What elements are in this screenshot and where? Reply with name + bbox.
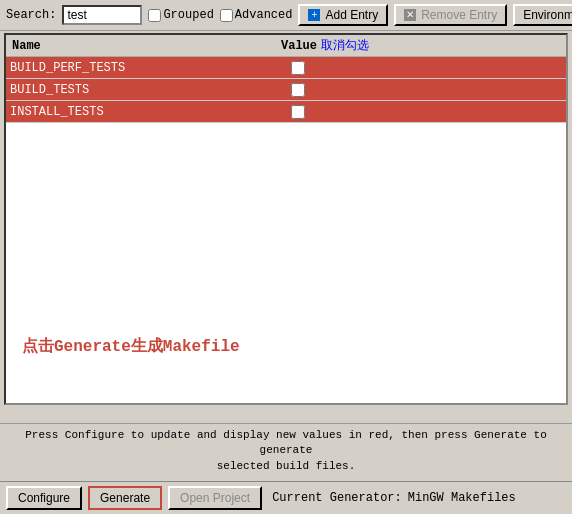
advanced-checkbox-label[interactable]: Advanced	[220, 8, 293, 22]
search-input[interactable]	[62, 5, 142, 25]
row-value[interactable]	[286, 105, 310, 119]
row-checkbox[interactable]	[291, 83, 305, 97]
configure-button[interactable]: Configure	[6, 486, 82, 510]
row-name: INSTALL_TESTS	[6, 105, 286, 119]
uncheck-annotation: 取消勾选	[321, 37, 369, 54]
col-name-header: Name	[6, 39, 281, 53]
generator-value: MinGW Makefiles	[408, 491, 516, 505]
row-name: BUILD_TESTS	[6, 83, 286, 97]
row-value[interactable]	[286, 61, 310, 75]
generate-button[interactable]: Generate	[88, 486, 162, 510]
status-text: Press Configure to update and display ne…	[25, 429, 547, 472]
remove-entry-button[interactable]: ✕ Remove Entry	[394, 4, 507, 26]
generate-annotation: 点击Generate生成Makefile	[10, 328, 252, 365]
table-row[interactable]: BUILD_PERF_TESTS	[6, 57, 566, 79]
x-icon: ✕	[404, 9, 416, 21]
environment-button[interactable]: Environment...	[513, 4, 572, 26]
advanced-checkbox[interactable]	[220, 9, 233, 22]
col-value-header: Value	[281, 39, 321, 53]
grouped-checkbox[interactable]	[148, 9, 161, 22]
row-checkbox[interactable]	[291, 105, 305, 119]
search-label: Search:	[6, 8, 56, 22]
plus-icon: +	[308, 9, 320, 21]
add-entry-button[interactable]: + Add Entry	[298, 4, 388, 26]
bottom-bar: Configure Generate Open Project Current …	[0, 481, 572, 514]
advanced-label: Advanced	[235, 8, 293, 22]
row-value[interactable]	[286, 83, 310, 97]
generator-label: Current Generator:	[272, 491, 402, 505]
table-header: Name Value 取消勾选	[6, 35, 566, 57]
row-name: BUILD_PERF_TESTS	[6, 61, 286, 75]
grouped-label: Grouped	[163, 8, 213, 22]
table-row[interactable]: INSTALL_TESTS	[6, 101, 566, 123]
open-project-button[interactable]: Open Project	[168, 486, 262, 510]
status-bar: Press Configure to update and display ne…	[0, 423, 572, 478]
main-content: Name Value 取消勾选 BUILD_PERF_TESTS BUILD_T…	[0, 33, 572, 465]
toolbar: Search: Grouped Advanced + Add Entry ✕ R…	[0, 0, 572, 31]
table-row[interactable]: BUILD_TESTS	[6, 79, 566, 101]
grouped-checkbox-label[interactable]: Grouped	[148, 8, 213, 22]
row-checkbox[interactable]	[291, 61, 305, 75]
